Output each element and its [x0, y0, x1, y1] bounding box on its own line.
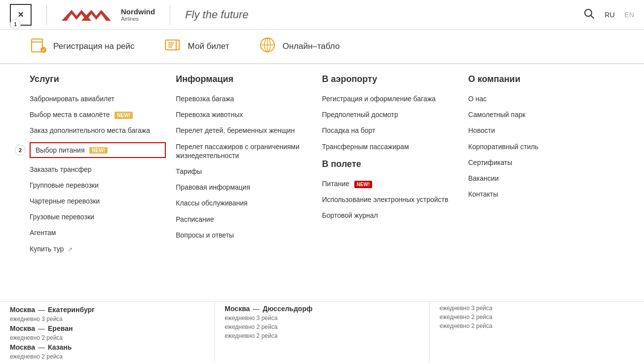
certificates-link[interactable]: Сертификаты	[468, 158, 605, 167]
close-icon: ×	[18, 9, 24, 20]
routes-section: Москва — Екатеринбург ежедневно 3 рейса …	[0, 301, 644, 363]
route-freq-mid1: ежедневно 3 рейса	[225, 315, 419, 322]
journal-link[interactable]: Бортовой журнал	[322, 211, 458, 220]
route-item-mid: Москва — Дюссельдорф	[225, 305, 419, 313]
fleet-link[interactable]: Самолетный парк	[468, 110, 605, 119]
meal-select-link[interactable]: Выбор питания NEW!	[30, 142, 166, 158]
board-icon-svg	[259, 36, 276, 54]
seat-select-label: Выбор места в самолёте	[30, 111, 110, 119]
route-from-mid: Москва	[225, 305, 250, 313]
preflight-link[interactable]: Предполетный досмотр	[322, 110, 458, 119]
badge-2: 2	[15, 145, 26, 156]
route-from-2: Москва	[10, 324, 35, 332]
logo-icon	[57, 6, 116, 24]
lang-ru-button[interactable]: RU	[605, 11, 614, 19]
meal-select-label: Выбор питания	[36, 146, 84, 154]
inflight-meal-badge: NEW!	[354, 181, 373, 188]
route-to-2: Ереван	[48, 324, 73, 332]
inflight-title: В полете	[322, 159, 458, 169]
animals-link[interactable]: Перевозка животных	[176, 110, 312, 119]
inflight-meal-link[interactable]: Питание NEW!	[322, 179, 458, 188]
news-link[interactable]: Новости	[468, 126, 605, 135]
checkin-link[interactable]: ✓ Регистрация на рейс	[30, 36, 135, 57]
transfer-link[interactable]: Заказать трансфер	[30, 165, 166, 174]
route-to-3: Казань	[48, 343, 72, 351]
checkin-baggage-link[interactable]: Регистрация и оформление багажа	[322, 94, 458, 103]
legal-link[interactable]: Правовая информация	[176, 183, 312, 192]
ticket-icon	[164, 36, 182, 57]
classes-link[interactable]: Классы обслуживания	[176, 199, 312, 207]
children-link[interactable]: Перелет детей, беременных женщин	[176, 126, 312, 135]
electronics-link[interactable]: Использование электронных устройств	[322, 195, 458, 204]
route-freq-mid2: ежедневно 2 рейса	[225, 323, 419, 330]
tariffs-link[interactable]: Тарифы	[176, 167, 312, 176]
info-title: Информация	[176, 74, 312, 84]
agents-link[interactable]: Агентам	[30, 228, 166, 237]
info-column: Информация Перевозка багажа Перевозка жи…	[176, 74, 322, 260]
baggage-link[interactable]: Перевозка багажа	[176, 94, 312, 103]
my-ticket-link[interactable]: Мой билет	[164, 36, 229, 57]
vacancies-link[interactable]: Вакансии	[468, 174, 605, 183]
search-icon[interactable]	[584, 8, 595, 21]
buy-tour-link[interactable]: Купить тур ↗	[30, 244, 166, 254]
svg-rect-9	[176, 40, 179, 50]
route-freq-right2: ежедневно 2 рейса	[440, 314, 634, 321]
route-item-2: Москва — Ереван	[10, 324, 204, 332]
board-link[interactable]: Онлайн–табло	[259, 36, 340, 57]
routes-right: ежедневно 3 рейса ежедневно 2 рейса ежед…	[430, 302, 644, 363]
header-divider-1	[46, 5, 47, 25]
airport-column: В аэропорту Регистрация и оформление баг…	[322, 74, 468, 260]
seat-select-link[interactable]: Выбор места в самолёте NEW!	[30, 110, 166, 119]
badge-1: 1	[10, 19, 21, 30]
checkin-icon: ✓	[30, 36, 47, 57]
boarding-link[interactable]: Посадка на борт	[322, 126, 458, 135]
header: 1 × Nordwind Airlines Fly the future RU …	[0, 0, 644, 30]
company-title: О компании	[468, 74, 605, 84]
board-icon	[259, 36, 276, 57]
route-dash-2: —	[38, 324, 45, 332]
group-link[interactable]: Групповые перевозки	[30, 181, 166, 190]
lang-en-button[interactable]: EN	[625, 11, 634, 19]
route-item-3: Москва — Казань	[10, 343, 204, 351]
about-link[interactable]: О нас	[468, 94, 605, 103]
routes-left: Москва — Екатеринбург ежедневно 3 рейса …	[0, 302, 215, 363]
header-right: RU EN	[584, 8, 634, 21]
tagline: Fly the future	[185, 8, 584, 21]
route-freq-1: ежедневно 3 рейса	[10, 316, 204, 323]
service-bar: ✓ Регистрация на рейс Мой билет Онл	[0, 30, 644, 64]
route-from-3: Москва	[10, 343, 35, 351]
faq-link[interactable]: Вопросы и ответы	[176, 231, 312, 240]
meal-select-badge: NEW!	[89, 147, 108, 154]
charter-link[interactable]: Чартерные перевозки	[30, 197, 166, 205]
transit-link[interactable]: Трансферным пассажирам	[322, 142, 458, 151]
svg-text:✓: ✓	[41, 47, 45, 53]
svg-line-3	[591, 15, 594, 18]
corp-style-link[interactable]: Корпоративный стиль	[468, 142, 605, 151]
buy-tour-label: Купить тур	[30, 245, 64, 253]
route-item-1: Москва — Екатеринбург	[10, 306, 204, 314]
extra-baggage-link[interactable]: Заказ дополнительного места багажа	[30, 126, 166, 135]
services-column: Услуги Забронировать авиабилет Выбор мес…	[30, 74, 176, 260]
schedule-link[interactable]: Расписание	[176, 215, 312, 224]
route-from-1: Москва	[10, 306, 35, 314]
route-dash-mid: —	[253, 305, 260, 313]
route-dash-1: —	[38, 306, 45, 314]
airport-title: В аэропорту	[322, 74, 458, 84]
logo-text: Nordwind Airlines	[121, 7, 155, 22]
seat-select-badge: NEW!	[114, 112, 133, 119]
services-title: Услуги	[30, 74, 166, 84]
route-to-mid: Дюссельдорф	[263, 305, 312, 313]
route-freq-right1: ежедневно 3 рейса	[440, 305, 634, 312]
route-to-1: Екатеринбург	[48, 306, 95, 314]
book-ticket-link[interactable]: Забронировать авиабилет	[30, 94, 166, 103]
company-column: О компании О нас Самолетный парк Новости…	[468, 74, 614, 260]
contacts-link[interactable]: Контакты	[468, 190, 605, 199]
disability-link[interactable]: Перелет пассажиров с ограничениями жизне…	[176, 142, 312, 160]
ticket-icon-svg	[164, 36, 182, 54]
route-dash-3: —	[38, 343, 45, 351]
route-freq-right3: ежедневно 2 рейса	[440, 323, 634, 329]
checkin-label: Регистрация на рейс	[53, 41, 135, 51]
inflight-meal-label: Питание	[322, 180, 349, 188]
cargo-link[interactable]: Грузовые перевозки	[30, 212, 166, 221]
nav-dropdown: Услуги Забронировать авиабилет Выбор мес…	[0, 64, 644, 270]
